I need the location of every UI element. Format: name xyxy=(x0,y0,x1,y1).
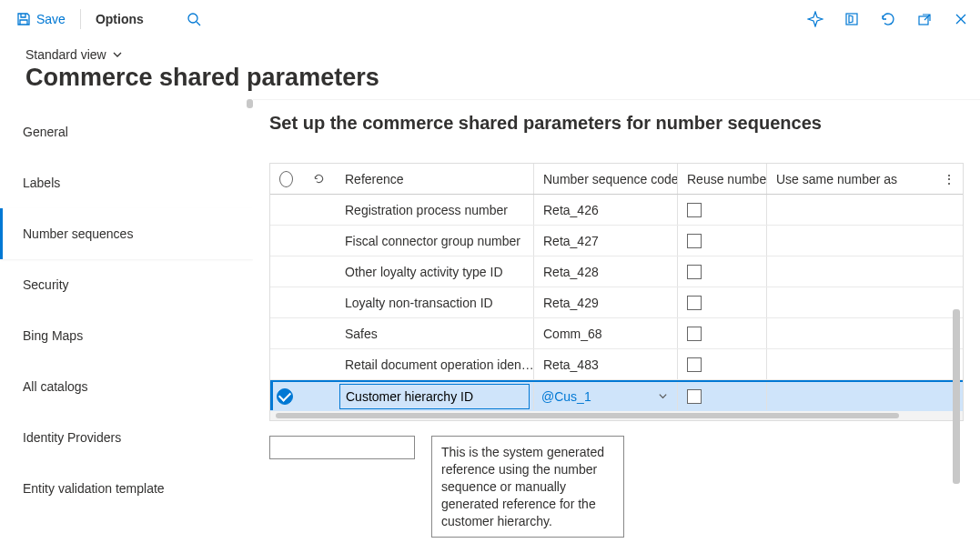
reuse-checkbox[interactable] xyxy=(687,327,702,341)
header-refresh[interactable] xyxy=(303,164,336,194)
reuse-checkbox[interactable] xyxy=(687,357,702,372)
cell-usesame[interactable] xyxy=(767,226,935,256)
refresh-icon xyxy=(312,172,326,186)
row-selector[interactable] xyxy=(270,318,303,348)
cell-code[interactable]: @Cus_1 xyxy=(534,382,678,410)
select-all-circle[interactable] xyxy=(279,171,293,187)
search-button[interactable] xyxy=(184,9,204,29)
cell-usesame[interactable] xyxy=(767,382,935,410)
reference-input-field[interactable] xyxy=(346,389,523,404)
col-header-code[interactable]: Number sequence code xyxy=(534,164,678,194)
cell-code[interactable]: Reta_427 xyxy=(534,226,678,256)
reference-input[interactable] xyxy=(339,384,530,409)
save-button[interactable]: Save xyxy=(9,8,73,30)
cell-reuse[interactable] xyxy=(678,226,767,256)
reuse-checkbox[interactable] xyxy=(687,296,702,310)
sidebar-item-label: Identity Providers xyxy=(23,430,121,445)
row-selector[interactable] xyxy=(270,256,303,287)
filter-input[interactable] xyxy=(269,436,415,459)
view-switcher[interactable]: Standard view xyxy=(25,47,123,62)
office-button[interactable] xyxy=(842,9,862,29)
cell-reuse[interactable] xyxy=(678,256,767,287)
copilot-icon xyxy=(807,11,823,27)
options-button[interactable]: Options xyxy=(88,8,151,30)
separator xyxy=(80,9,81,29)
vertical-scrollbar[interactable] xyxy=(953,309,960,484)
table-row[interactable]: Registration process numberReta_426 xyxy=(270,195,963,226)
chevron-down-icon xyxy=(112,49,123,60)
cell-usesame[interactable] xyxy=(767,318,935,348)
popout-button[interactable] xyxy=(914,9,935,29)
cell-reference[interactable]: Retail document operation iden… xyxy=(336,349,534,379)
row-gap xyxy=(303,195,336,225)
sidebar-item-labels[interactable]: Labels xyxy=(0,157,253,208)
row-gap xyxy=(303,256,336,287)
row-gap xyxy=(303,287,336,317)
chevron-down-icon[interactable] xyxy=(658,391,675,401)
cell-reference[interactable] xyxy=(336,382,534,410)
row-selector[interactable] xyxy=(270,349,303,379)
cell-reuse[interactable] xyxy=(678,349,767,379)
col-header-reference[interactable]: Reference xyxy=(336,164,534,194)
cell-reference[interactable]: Fiscal connector group number xyxy=(336,226,534,256)
cell-reuse[interactable] xyxy=(678,287,767,317)
content-pane: Set up the commerce shared parameters fo… xyxy=(253,99,980,547)
field-description: This is the system generated reference u… xyxy=(431,436,624,538)
cell-reuse[interactable] xyxy=(678,195,767,225)
row-selector[interactable] xyxy=(270,287,303,317)
table-row[interactable]: SafesComm_68 xyxy=(270,318,963,349)
close-button[interactable] xyxy=(951,9,971,29)
cell-reference[interactable]: Registration process number xyxy=(336,195,534,225)
sidebar-item-label: Number sequences xyxy=(23,226,133,241)
cell-usesame[interactable] xyxy=(767,256,935,287)
table-row[interactable]: @Cus_1 xyxy=(270,380,963,411)
command-bar-right xyxy=(805,9,971,29)
cell-code[interactable]: Reta_483 xyxy=(534,349,678,379)
cell-code[interactable]: Reta_429 xyxy=(534,287,678,317)
col-header-overflow[interactable]: ⋮ xyxy=(935,164,963,194)
row-selector[interactable] xyxy=(270,226,303,256)
cell-code[interactable]: Reta_428 xyxy=(534,256,678,287)
cell-code[interactable]: Comm_68 xyxy=(534,318,678,348)
cell-usesame[interactable] xyxy=(767,349,935,379)
cell-reference[interactable]: Loyalty non-transaction ID xyxy=(336,287,534,317)
table-row[interactable]: Fiscal connector group numberReta_427 xyxy=(270,226,963,256)
close-icon xyxy=(954,12,968,26)
row-menu-gap xyxy=(935,226,963,256)
cell-reuse[interactable] xyxy=(678,318,767,348)
cell-usesame[interactable] xyxy=(767,287,935,317)
row-selector[interactable] xyxy=(270,382,303,410)
row-select-checked[interactable] xyxy=(277,388,293,405)
options-label: Options xyxy=(96,12,144,26)
sidebar-item-entity-validation[interactable]: Entity validation template xyxy=(0,463,253,514)
cell-reference[interactable]: Other loyalty activity type ID xyxy=(336,256,534,287)
cell-usesame[interactable] xyxy=(767,195,935,225)
header-select-all[interactable] xyxy=(270,164,303,194)
sidebar-item-bing-maps[interactable]: Bing Maps xyxy=(0,310,253,361)
cell-reference[interactable]: Safes xyxy=(336,318,534,348)
reuse-checkbox[interactable] xyxy=(687,389,702,404)
sidebar-item-security[interactable]: Security xyxy=(0,259,253,310)
reuse-checkbox[interactable] xyxy=(687,265,702,279)
sidebar-item-identity-providers[interactable]: Identity Providers xyxy=(0,412,253,463)
col-header-reuse[interactable]: Reuse numbers xyxy=(678,164,767,194)
row-selector[interactable] xyxy=(270,195,303,225)
col-header-usesame[interactable]: Use same number as xyxy=(767,164,935,194)
refresh-button[interactable] xyxy=(878,9,898,29)
sidebar-scrollbar[interactable] xyxy=(246,99,253,547)
reuse-checkbox[interactable] xyxy=(687,234,702,248)
table-row[interactable]: Loyalty non-transaction IDReta_429 xyxy=(270,287,963,318)
sidebar-scrollbar-thumb[interactable] xyxy=(247,99,253,108)
horizontal-scrollbar-thumb[interactable] xyxy=(276,413,899,418)
reuse-checkbox[interactable] xyxy=(687,203,702,217)
table-row[interactable]: Retail document operation iden…Reta_483 xyxy=(270,349,963,380)
sidebar-item-number-sequences[interactable]: Number sequences xyxy=(0,208,253,259)
cell-code[interactable]: Reta_426 xyxy=(534,195,678,225)
horizontal-scrollbar[interactable] xyxy=(270,411,963,420)
table-row[interactable]: Other loyalty activity type IDReta_428 xyxy=(270,256,963,287)
svg-rect-2 xyxy=(846,14,857,25)
copilot-button[interactable] xyxy=(805,9,825,29)
cell-reuse[interactable] xyxy=(678,382,767,410)
sidebar-item-general[interactable]: General xyxy=(0,106,253,157)
sidebar-item-all-catalogs[interactable]: All catalogs xyxy=(0,361,253,412)
